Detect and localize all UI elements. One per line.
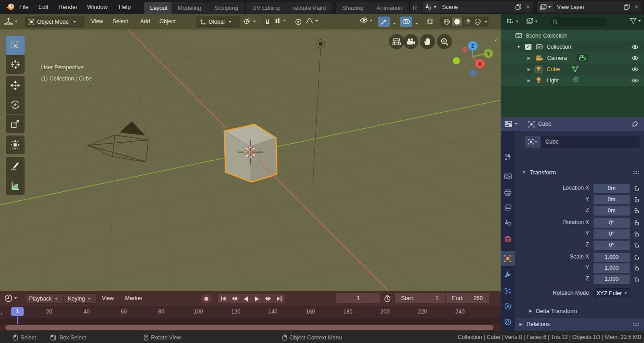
- lock-icon[interactable]: [634, 254, 639, 260]
- timeline-marker-menu[interactable]: Marker: [125, 291, 142, 306]
- lock-icon[interactable]: [634, 220, 639, 226]
- xray-toggle[interactable]: [424, 17, 436, 27]
- gizmos-toggle[interactable]: [378, 17, 390, 27]
- orientation-dropdown[interactable]: Global: [197, 17, 240, 27]
- scene-unlink-button[interactable]: ✕: [523, 4, 533, 10]
- auto-keying-button[interactable]: [201, 294, 212, 303]
- tab-view-layer[interactable]: [501, 200, 515, 215]
- view-layer-remove-button[interactable]: ✕: [631, 4, 641, 10]
- location-z-field[interactable]: 0m: [594, 206, 630, 216]
- workspace-tab-modeling[interactable]: Modeling: [171, 2, 208, 14]
- frame-end-field[interactable]: End: 250: [446, 293, 489, 303]
- tool-transform[interactable]: [6, 136, 25, 154]
- panel-drag-grip[interactable]: [633, 323, 640, 326]
- transform-collapse-arrow[interactable]: ▼: [522, 170, 526, 174]
- blender-logo-icon[interactable]: [5, 3, 15, 11]
- outliner-row-scene-collection[interactable]: Scene Collection: [501, 30, 644, 41]
- tab-render[interactable]: [501, 169, 515, 184]
- menu-select[interactable]: Select: [113, 14, 128, 30]
- workspace-tab-layout[interactable]: Layout: [144, 2, 174, 14]
- scene-new-button[interactable]: [513, 4, 523, 10]
- tool-rotate[interactable]: [6, 95, 25, 114]
- menu-object[interactable]: Object: [159, 14, 176, 30]
- outliner-row-cube[interactable]: ▶ Cube: [501, 64, 644, 75]
- tool-move[interactable]: [6, 76, 25, 95]
- viewport-3d[interactable]: User Perspective (1) Collection | Cube: [0, 30, 501, 291]
- relations-panel-header[interactable]: ▶ Relations: [515, 318, 644, 330]
- outliner-display-mode-button[interactable]: [526, 18, 538, 25]
- pin-icon[interactable]: [632, 121, 638, 127]
- menu-file[interactable]: File: [14, 0, 33, 14]
- transform-panel-header[interactable]: ▼ Transform: [515, 166, 644, 178]
- lock-icon[interactable]: [634, 231, 639, 237]
- rotation-z-field[interactable]: 0°: [594, 241, 630, 250]
- jump-to-start-button[interactable]: [218, 294, 229, 303]
- menu-window[interactable]: Window: [82, 0, 113, 14]
- proportional-editing-toggle[interactable]: [293, 17, 304, 27]
- rotation-x-field[interactable]: 0°: [594, 218, 630, 228]
- mode-dropdown[interactable]: Object Mode: [25, 17, 84, 27]
- playhead-badge[interactable]: 1: [11, 307, 24, 316]
- rotation-y-field[interactable]: 0°: [594, 229, 630, 239]
- gizmo-axis-z[interactable]: Z: [468, 41, 477, 51]
- timeline-ruler[interactable]: 20 40 60 80 100 120 140 160 180 200 220 …: [0, 306, 501, 318]
- tool-cursor[interactable]: [6, 55, 25, 74]
- gizmos-dropdown[interactable]: [391, 20, 396, 26]
- pan-view-button[interactable]: [420, 34, 435, 49]
- camera-hide-toggle[interactable]: [631, 56, 639, 60]
- outliner-editor-type-button[interactable]: [506, 18, 519, 25]
- frame-start-field[interactable]: Start: 1: [395, 293, 445, 303]
- menu-help[interactable]: Help: [114, 0, 136, 14]
- pivot-point-dropdown[interactable]: [243, 17, 256, 25]
- tool-select-box[interactable]: [6, 36, 25, 55]
- jump-to-end-button[interactable]: [274, 294, 284, 303]
- scale-z-field[interactable]: 1.000: [594, 275, 630, 284]
- tab-particles[interactable]: [501, 283, 515, 298]
- workspace-tab-texture-paint[interactable]: Texture Paint: [286, 2, 332, 14]
- play-button[interactable]: [251, 294, 262, 303]
- shading-wireframe-button[interactable]: [442, 18, 452, 25]
- view-layer-new-button[interactable]: [622, 4, 631, 10]
- toggle-grid-button[interactable]: [389, 34, 404, 49]
- menu-edit[interactable]: Edit: [33, 0, 53, 14]
- tab-output[interactable]: [501, 185, 515, 200]
- object-name-input[interactable]: Cube: [541, 136, 640, 148]
- playback-menu[interactable]: Playback: [25, 293, 63, 304]
- lock-icon[interactable]: [634, 197, 639, 203]
- lock-icon[interactable]: [634, 265, 639, 271]
- menu-view[interactable]: View: [91, 14, 103, 30]
- lock-icon[interactable]: [634, 186, 639, 191]
- visibility-dropdown[interactable]: [360, 17, 372, 23]
- lock-icon[interactable]: [634, 242, 639, 248]
- collection-checkbox[interactable]: ✓: [525, 44, 531, 50]
- prev-keyframe-button[interactable]: [229, 294, 240, 303]
- current-frame-field[interactable]: 1: [336, 293, 380, 303]
- workspace-tab-rendering[interactable]: R: [410, 2, 421, 14]
- cube-hide-toggle[interactable]: [631, 67, 639, 72]
- tool-annotate[interactable]: [6, 157, 25, 176]
- menu-add[interactable]: Add: [140, 14, 150, 30]
- view-layer-name-field[interactable]: View Layer: [553, 4, 622, 10]
- camera-data-badge[interactable]: [577, 54, 588, 62]
- light-hide-toggle[interactable]: [631, 78, 639, 83]
- location-x-field[interactable]: 0m: [594, 184, 630, 193]
- use-preview-range-button[interactable]: [384, 295, 391, 302]
- properties-editor-type-button[interactable]: [505, 120, 518, 127]
- timeline-scrollbar[interactable]: [5, 325, 493, 330]
- proportional-falloff-dropdown[interactable]: [305, 17, 318, 24]
- shading-solid-button[interactable]: [452, 17, 462, 26]
- workspace-tab-animation[interactable]: Animation: [370, 2, 409, 14]
- collection-expand-arrow[interactable]: ▼: [517, 45, 521, 49]
- tab-object[interactable]: [501, 251, 515, 266]
- outliner-row-light[interactable]: ▶ Light: [501, 75, 644, 86]
- tool-scale[interactable]: [6, 114, 25, 133]
- lock-icon[interactable]: [634, 208, 639, 214]
- timeline-editor-type-button[interactable]: [4, 294, 17, 302]
- outliner-filter-button[interactable]: [630, 18, 641, 24]
- tab-scene[interactable]: [501, 215, 515, 230]
- next-keyframe-button[interactable]: [263, 294, 273, 303]
- light-data-icon[interactable]: [573, 77, 579, 84]
- tab-physics[interactable]: [501, 299, 515, 314]
- keying-menu[interactable]: Keying: [64, 293, 97, 304]
- outliner-row-camera[interactable]: ▶ Camera: [501, 52, 644, 64]
